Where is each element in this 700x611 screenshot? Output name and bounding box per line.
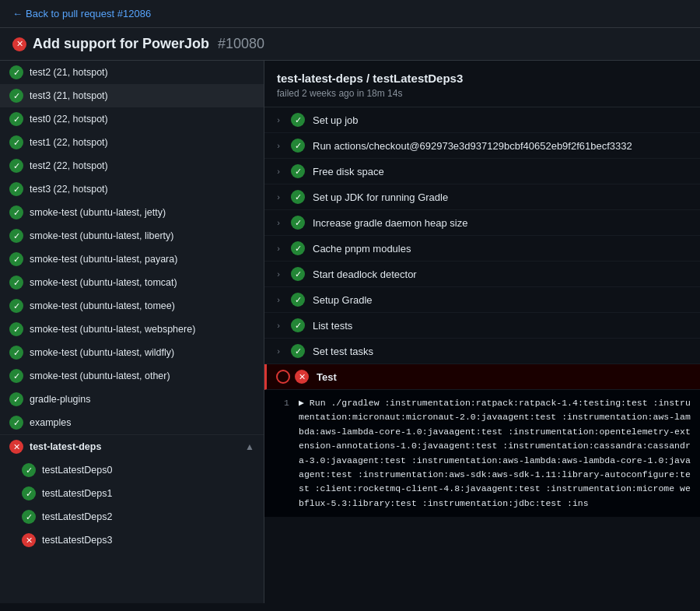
group-item-testLatestDeps1[interactable]: ✓testLatestDeps1 — [12, 482, 264, 505]
sidebar-item-test2-22[interactable]: ✓test2 (22, hotspot) — [0, 154, 264, 177]
sidebar-items: ✓test2 (21, hotspot)✓test3 (21, hotspot)… — [0, 61, 264, 434]
status-icon-testLatestDeps0: ✓ — [22, 463, 36, 477]
step-row-setup-gradle[interactable]: ›✓Setup Gradle — [264, 287, 700, 313]
step-row-gradle-daemon[interactable]: ›✓Increase gradle daemon heap size — [264, 210, 700, 236]
steps-list: ›✓Set up job›✓Run actions/checkout@69297… — [264, 107, 700, 603]
test-step-label: Test — [317, 371, 691, 383]
step-label-setup-jdk: Set up JDK for running Gradle — [313, 191, 691, 203]
sidebar-item-test0-22[interactable]: ✓test0 (22, hotspot) — [0, 107, 264, 131]
sidebar-item-gradle-plugins[interactable]: ✓gradle-plugins — [0, 388, 264, 411]
step-chevron-deadlock: › — [274, 269, 283, 279]
item-label-testLatestDeps1: testLatestDeps1 — [42, 488, 254, 499]
step-icon-set-test-tasks: ✓ — [291, 344, 305, 358]
sidebar-item-smoke-payara[interactable]: ✓smoke-test (ubuntu-latest, payara) — [0, 248, 264, 271]
log-area: 1▶ Run ./gradlew :instrumentation:ratpac… — [264, 390, 700, 517]
issue-number: #10080 — [218, 36, 264, 51]
step-row-setup-job[interactable]: ›✓Set up job — [264, 107, 700, 133]
log-line-content: ▶ Run ./gradlew :instrumentation:ratpack… — [299, 396, 691, 511]
status-icon-smoke-websphere: ✓ — [9, 322, 23, 336]
item-label-test3-21: test3 (21, hotspot) — [30, 90, 254, 101]
step-row-free-disk[interactable]: ›✓Free disk space — [264, 159, 700, 184]
step-row-set-test-tasks[interactable]: ›✓Set test tasks — [264, 339, 700, 364]
back-link[interactable]: ← Back to pull request #12086 — [12, 8, 151, 19]
step-row-list-tests[interactable]: ›✓List tests — [264, 313, 700, 339]
group-label: test-latest-deps — [30, 441, 239, 452]
sidebar-item-smoke-tomcat[interactable]: ✓smoke-test (ubuntu-latest, tomcat) — [0, 271, 264, 294]
test-step-row[interactable]: ✕ Test — [264, 364, 700, 390]
step-label-free-disk: Free disk space — [313, 166, 691, 177]
step-chevron-set-test-tasks: › — [274, 346, 283, 356]
main-layout: ✓test2 (21, hotspot)✓test3 (21, hotspot)… — [0, 61, 700, 603]
step-row-deadlock[interactable]: ›✓Start deadlock detector — [264, 262, 700, 287]
sidebar-group-header[interactable]: ✕ test-latest-deps ▲ — [0, 435, 264, 458]
page-status-icon: ✕ — [12, 37, 26, 51]
step-label-set-test-tasks: Set test tasks — [313, 346, 691, 357]
item-label-test3-22: test3 (22, hotspot) — [30, 184, 254, 195]
group-item-testLatestDeps2[interactable]: ✓testLatestDeps2 — [12, 505, 264, 528]
page-title-bar: ✕ Add support for PowerJob #10080 — [0, 28, 700, 61]
status-icon-gradle-plugins: ✓ — [9, 392, 23, 406]
status-icon-smoke-payara: ✓ — [9, 252, 23, 266]
step-chevron-free-disk: › — [274, 167, 283, 176]
sidebar-item-smoke-jetty[interactable]: ✓smoke-test (ubuntu-latest, jetty) — [0, 201, 264, 224]
status-icon-smoke-wildfly: ✓ — [9, 346, 23, 360]
status-icon-test3-21: ✓ — [9, 89, 23, 103]
steps-container: ›✓Set up job›✓Run actions/checkout@69297… — [264, 107, 700, 364]
sidebar-item-test2-21[interactable]: ✓test2 (21, hotspot) — [0, 61, 264, 84]
sidebar-group-items: ✓testLatestDeps0✓testLatestDeps1✓testLat… — [12, 458, 264, 552]
step-row-setup-jdk[interactable]: ›✓Set up JDK for running Gradle — [264, 184, 700, 210]
item-label-testLatestDeps3: testLatestDeps3 — [42, 535, 254, 546]
sidebar-item-smoke-other[interactable]: ✓smoke-test (ubuntu-latest, other) — [0, 364, 264, 388]
step-icon-list-tests: ✓ — [291, 318, 305, 332]
sidebar-item-test3-22[interactable]: ✓test3 (22, hotspot) — [0, 177, 264, 201]
step-icon-free-disk: ✓ — [291, 164, 305, 178]
sidebar-item-test1-22[interactable]: ✓test1 (22, hotspot) — [0, 131, 264, 154]
topbar: ← Back to pull request #12086 — [0, 0, 700, 28]
item-label-examples: examples — [30, 417, 254, 428]
job-meta: failed 2 weeks ago in 18m 14s — [277, 88, 688, 99]
step-label-deadlock: Start deadlock detector — [313, 269, 691, 280]
step-chevron-gradle-daemon: › — [274, 218, 283, 227]
item-label-smoke-jetty: smoke-test (ubuntu-latest, jetty) — [30, 207, 254, 218]
step-icon-setup-gradle: ✓ — [291, 293, 305, 307]
status-icon-smoke-other: ✓ — [9, 369, 23, 383]
group-item-testLatestDeps0[interactable]: ✓testLatestDeps0 — [12, 458, 264, 482]
item-label-test2-22: test2 (22, hotspot) — [30, 160, 254, 171]
job-header: test-latest-deps / testLatestDeps3 faile… — [264, 61, 700, 107]
step-chevron-cache-pnpm: › — [274, 244, 283, 253]
sidebar-item-smoke-liberty[interactable]: ✓smoke-test (ubuntu-latest, liberty) — [0, 224, 264, 248]
item-label-smoke-liberty: smoke-test (ubuntu-latest, liberty) — [30, 230, 254, 241]
sidebar-item-test3-21[interactable]: ✓test3 (21, hotspot) — [0, 84, 264, 107]
log-line-number: 1 — [274, 396, 289, 511]
sidebar-group: ✕ test-latest-deps ▲ ✓testLatestDeps0✓te… — [0, 434, 264, 552]
step-icon-setup-job: ✓ — [291, 113, 305, 127]
status-icon-test2-22: ✓ — [9, 159, 23, 173]
sidebar-item-smoke-tomee[interactable]: ✓smoke-test (ubuntu-latest, tomee) — [0, 294, 264, 318]
step-chevron-setup-jdk: › — [274, 192, 283, 202]
step-row-cache-pnpm[interactable]: ›✓Cache pnpm modules — [264, 236, 700, 262]
step-icon-setup-jdk: ✓ — [291, 190, 305, 204]
job-name: test-latest-deps / testLatestDeps3 — [277, 72, 688, 85]
right-panel: test-latest-deps / testLatestDeps3 faile… — [264, 61, 700, 603]
item-label-test1-22: test1 (22, hotspot) — [30, 137, 254, 148]
item-label-smoke-tomee: smoke-test (ubuntu-latest, tomee) — [30, 300, 254, 311]
group-collapse-icon: ▲ — [245, 441, 254, 452]
step-icon-cache-pnpm: ✓ — [291, 241, 305, 255]
item-label-test0-22: test0 (22, hotspot) — [30, 114, 254, 125]
step-chevron-list-tests: › — [274, 321, 283, 330]
group-item-testLatestDeps3[interactable]: ✕testLatestDeps3 — [12, 528, 264, 552]
step-label-cache-pnpm: Cache pnpm modules — [313, 243, 691, 255]
step-label-list-tests: List tests — [313, 320, 691, 332]
item-label-smoke-payara: smoke-test (ubuntu-latest, payara) — [30, 254, 254, 265]
sidebar-item-smoke-wildfly[interactable]: ✓smoke-test (ubuntu-latest, wildfly) — [0, 341, 264, 364]
sidebar-item-examples[interactable]: ✓examples — [0, 411, 264, 434]
status-icon-testLatestDeps2: ✓ — [22, 510, 36, 524]
item-label-smoke-tomcat: smoke-test (ubuntu-latest, tomcat) — [30, 277, 254, 288]
step-icon-deadlock: ✓ — [291, 267, 305, 281]
item-label-test2-21: test2 (21, hotspot) — [30, 67, 254, 78]
step-label-setup-gradle: Setup Gradle — [313, 294, 691, 306]
sidebar-item-smoke-websphere[interactable]: ✓smoke-test (ubuntu-latest, websphere) — [0, 318, 264, 341]
status-icon-smoke-liberty: ✓ — [9, 229, 23, 243]
status-icon-testLatestDeps1: ✓ — [22, 486, 36, 500]
step-row-checkout[interactable]: ›✓Run actions/checkout@692973e3d937129bc… — [264, 133, 700, 159]
